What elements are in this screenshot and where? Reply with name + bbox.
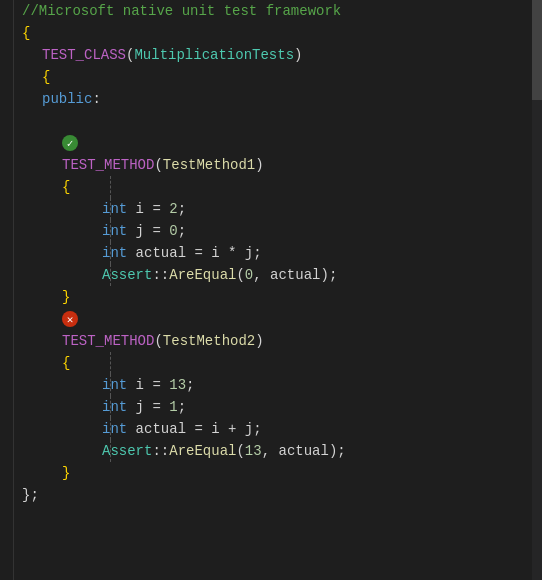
vertical-guide-line <box>110 418 111 440</box>
token-plain: ) <box>255 157 263 173</box>
vertical-guide-line <box>110 374 111 396</box>
token-plain: ) <box>294 47 302 63</box>
code-area[interactable]: //Microsoft native unit test framework{T… <box>14 0 542 580</box>
code-line: TEST_METHOD(TestMethod1) <box>14 154 542 176</box>
code-line: int i = 2; <box>14 198 542 220</box>
token-keyword: public <box>42 91 92 107</box>
token-number: 13 <box>245 443 262 459</box>
token-plain: actual = i + j; <box>127 421 261 437</box>
token-plain: actual = i * j; <box>127 245 261 261</box>
code-line: ✕ <box>14 308 542 330</box>
token-number: 0 <box>245 267 253 283</box>
vertical-guide-line <box>110 440 111 462</box>
token-method: AreEqual <box>169 267 236 283</box>
code-line: int j = 0; <box>14 220 542 242</box>
token-keyword: int <box>102 223 127 239</box>
token-plain: j = <box>127 223 169 239</box>
token-number: 13 <box>169 377 186 393</box>
scrollbar[interactable] <box>532 0 542 580</box>
token-brace: } <box>62 289 70 305</box>
token-plain: ( <box>236 267 244 283</box>
token-plain: ; <box>178 223 186 239</box>
code-line: int i = 13; <box>14 374 542 396</box>
code-line: TEST_METHOD(TestMethod2) <box>14 330 542 352</box>
token-plain: j = <box>127 399 169 415</box>
token-brace: { <box>62 179 70 195</box>
token-number: 2 <box>169 201 177 217</box>
token-brace: { <box>42 69 50 85</box>
token-method: TestMethod1 <box>163 157 255 173</box>
token-plain: , actual); <box>262 443 346 459</box>
code-line <box>14 110 542 132</box>
editor: //Microsoft native unit test framework{T… <box>0 0 542 580</box>
code-line: int actual = i + j; <box>14 418 542 440</box>
token-plain: ; <box>178 201 186 217</box>
token-plain: i = <box>127 201 169 217</box>
token-number: 0 <box>169 223 177 239</box>
token-plain: ( <box>154 157 162 173</box>
token-number: 1 <box>169 399 177 415</box>
token-plain: :: <box>152 267 169 283</box>
token-plain: :: <box>152 443 169 459</box>
code-line: { <box>14 22 542 44</box>
code-line: { <box>14 66 542 88</box>
token-plain: ) <box>255 333 263 349</box>
token-macro: TEST_METHOD <box>62 157 154 173</box>
token-brace: } <box>62 465 70 481</box>
token-keyword: int <box>102 245 127 261</box>
token-plain: : <box>92 91 100 107</box>
vertical-guide-line <box>110 396 111 418</box>
code-line: } <box>14 462 542 484</box>
token-plain: , actual); <box>253 267 337 283</box>
code-line: Assert::AreEqual(0, actual); <box>14 264 542 286</box>
token-macro: TEST_CLASS <box>42 47 126 63</box>
code-line: int j = 1; <box>14 396 542 418</box>
vertical-guide-line <box>110 264 111 286</box>
token-plain: ( <box>236 443 244 459</box>
token-keyword: int <box>102 201 127 217</box>
token-plain: ; <box>178 399 186 415</box>
token-keyword: int <box>102 377 127 393</box>
code-line: //Microsoft native unit test framework <box>14 0 542 22</box>
vertical-guide-line <box>110 352 111 374</box>
scroll-thumb[interactable] <box>532 0 542 100</box>
code-line: TEST_CLASS(MultiplicationTests) <box>14 44 542 66</box>
token-brace: { <box>62 355 70 371</box>
code-line: }; <box>14 484 542 506</box>
token-macro: TEST_METHOD <box>62 333 154 349</box>
token-keyword: int <box>102 421 127 437</box>
token-keyword: int <box>102 399 127 415</box>
token-plain: ( <box>126 47 134 63</box>
code-line: ✓ <box>14 132 542 154</box>
code-line: int actual = i * j; <box>14 242 542 264</box>
token-comment: //Microsoft native unit test framework <box>22 3 341 19</box>
test-fail-icon: ✕ <box>62 311 78 327</box>
code-line: { <box>14 176 542 198</box>
vertical-guide-line <box>110 220 111 242</box>
token-plain: }; <box>22 487 39 503</box>
token-method: AreEqual <box>169 443 236 459</box>
token-method: TestMethod2 <box>163 333 255 349</box>
token-brace: { <box>22 25 30 41</box>
code-line: Assert::AreEqual(13, actual); <box>14 440 542 462</box>
token-plain: ; <box>186 377 194 393</box>
code-line: public: <box>14 88 542 110</box>
vertical-guide-line <box>110 176 111 198</box>
line-gutter <box>0 0 14 580</box>
token-plain: i = <box>127 377 169 393</box>
code-line: { <box>14 352 542 374</box>
vertical-guide-line <box>110 198 111 220</box>
token-class: MultiplicationTests <box>134 47 294 63</box>
token-plain: ( <box>154 333 162 349</box>
test-pass-icon: ✓ <box>62 135 78 151</box>
vertical-guide-line <box>110 242 111 264</box>
code-line: } <box>14 286 542 308</box>
